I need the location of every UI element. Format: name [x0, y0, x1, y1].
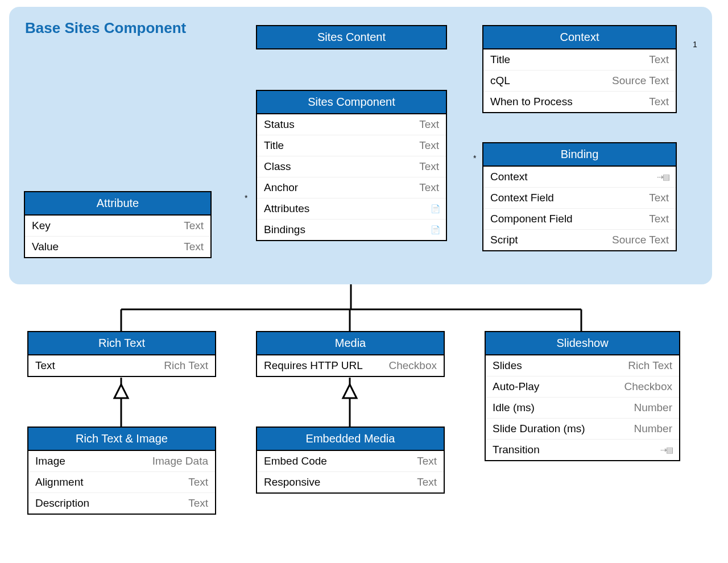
attribute-row: ClassText	[257, 156, 446, 177]
attribute-row: ScriptSource Text	[483, 230, 676, 250]
attribute-type: Checkbox	[624, 380, 673, 393]
attribute-type: Checkbox	[389, 359, 437, 372]
attribute-label: Bindings	[264, 223, 305, 236]
attribute-row: cQLSource Text	[483, 71, 676, 92]
attribute-row: SlidesRich Text	[486, 355, 679, 376]
attribute-type: Number	[634, 401, 672, 414]
attribute-label: Value	[32, 241, 59, 253]
attribute-type: Text	[188, 476, 208, 489]
attribute-label: Attributes	[264, 202, 309, 215]
attribute-label: Title	[490, 53, 510, 66]
attribute-type: Text	[419, 181, 439, 194]
box-body-embedded-media: Embed CodeTextResponsiveText	[257, 451, 444, 492]
box-sites-component: Sites Component StatusTextTitleTextClass…	[256, 90, 447, 241]
relation-icon: 📄	[431, 225, 439, 234]
attribute-label: Description	[35, 497, 89, 510]
attribute-type: Text	[649, 96, 669, 108]
attribute-label: When to Process	[490, 96, 573, 108]
attribute-type: Source Text	[612, 234, 669, 246]
attribute-row: AlignmentText	[28, 472, 215, 493]
attribute-row: Transition⇢▤	[486, 440, 679, 460]
mult-context-one: 1	[693, 40, 697, 49]
attribute-row: TitleText	[257, 135, 446, 156]
box-header-slideshow: Slideshow	[486, 332, 679, 355]
box-header-attribute: Attribute	[25, 192, 210, 216]
attribute-type: Number	[634, 423, 672, 435]
box-body-media: Requires HTTP URLCheckbox	[257, 355, 444, 376]
attribute-label: Alignment	[35, 476, 84, 489]
attribute-row: Idle (ms)Number	[486, 398, 679, 419]
attribute-row: ResponsiveText	[257, 472, 444, 492]
attribute-label: Context	[490, 171, 527, 183]
box-rich-text-image: Rich Text & Image ImageImage DataAlignme…	[27, 427, 216, 515]
relation-icon: ⇢▤	[660, 445, 672, 454]
box-header-context: Context	[483, 26, 676, 49]
box-body-rich-text: TextRich Text	[28, 355, 215, 376]
attribute-row: DescriptionText	[28, 493, 215, 514]
relation-icon: ⇢▤	[657, 172, 669, 181]
box-header-media: Media	[257, 332, 444, 355]
box-header-binding: Binding	[483, 143, 676, 167]
attribute-label: Idle (ms)	[493, 401, 535, 414]
box-body-context: TitleTextcQLSource TextWhen to ProcessTe…	[483, 49, 676, 112]
box-header-rich-text-image: Rich Text & Image	[28, 428, 215, 451]
attribute-label: Slides	[493, 359, 522, 372]
attribute-row: Context⇢▤	[483, 167, 676, 188]
attribute-row: AnchorText	[257, 177, 446, 198]
attribute-row: TextRich Text	[28, 355, 215, 376]
svg-marker-12	[343, 384, 357, 398]
attribute-type: Text	[419, 160, 439, 173]
attribute-label: Anchor	[264, 181, 298, 194]
attribute-row: KeyText	[25, 216, 210, 237]
attribute-row: Component FieldText	[483, 209, 676, 230]
box-header-embedded-media: Embedded Media	[257, 428, 444, 451]
attribute-type: Image Data	[152, 455, 208, 467]
attribute-label: Responsive	[264, 476, 320, 489]
box-slideshow: Slideshow SlidesRich TextAuto-PlayCheckb…	[485, 331, 680, 461]
attribute-label: cQL	[490, 74, 510, 87]
attribute-label: Context Field	[490, 192, 554, 204]
attribute-type: Text	[417, 455, 437, 467]
attribute-type: Text	[184, 220, 204, 232]
attribute-label: Title	[264, 139, 284, 152]
box-rich-text: Rich Text TextRich Text	[27, 331, 216, 377]
attribute-type: Text	[649, 53, 669, 66]
attribute-row: When to ProcessText	[483, 92, 676, 112]
attribute-row: ImageImage Data	[28, 451, 215, 472]
attribute-label: Requires HTTP URL	[264, 359, 363, 372]
attribute-row: ValueText	[25, 237, 210, 257]
attribute-label: Text	[35, 359, 55, 372]
box-attribute: Attribute KeyTextValueText	[24, 191, 212, 258]
attribute-row: Context FieldText	[483, 188, 676, 209]
attribute-type: Rich Text	[164, 359, 208, 372]
attribute-label: Embed Code	[264, 455, 327, 467]
attribute-type: Text	[184, 241, 204, 253]
box-header-sites-component: Sites Component	[257, 91, 446, 114]
box-media: Media Requires HTTP URLCheckbox	[256, 331, 445, 377]
relation-icon: 📄	[431, 204, 439, 213]
attribute-label: Script	[490, 234, 518, 246]
box-body-binding: Context⇢▤Context FieldTextComponent Fiel…	[483, 167, 676, 250]
box-binding: Binding Context⇢▤Context FieldTextCompon…	[482, 142, 677, 251]
attribute-row: StatusText	[257, 114, 446, 135]
attribute-row: Auto-PlayCheckbox	[486, 376, 679, 398]
box-sites-content: Sites Content	[256, 25, 447, 49]
attribute-type: Text	[649, 213, 669, 225]
box-body-sites-component: StatusTextTitleTextClassTextAnchorTextAt…	[257, 114, 446, 240]
diagram-canvas: Base Sites Component Sites Content Sites…	[0, 0, 728, 563]
attribute-label: Auto-Play	[493, 380, 539, 393]
attribute-type: Source Text	[612, 74, 669, 87]
mult-attribute-star: *	[245, 193, 247, 202]
attribute-row: Requires HTTP URLCheckbox	[257, 355, 444, 376]
box-header-sites-content: Sites Content	[257, 26, 446, 48]
attribute-row: Embed CodeText	[257, 451, 444, 472]
attribute-label: Component Field	[490, 213, 573, 225]
box-header-rich-text: Rich Text	[28, 332, 215, 355]
box-body-attribute: KeyTextValueText	[25, 216, 210, 257]
box-embedded-media: Embedded Media Embed CodeTextResponsiveT…	[256, 427, 445, 494]
mult-binding-star: *	[473, 154, 476, 163]
attribute-label: Transition	[493, 444, 540, 456]
attribute-label: Slide Duration (ms)	[493, 423, 585, 435]
attribute-type: Text	[188, 497, 208, 510]
attribute-type: Text	[417, 476, 437, 489]
